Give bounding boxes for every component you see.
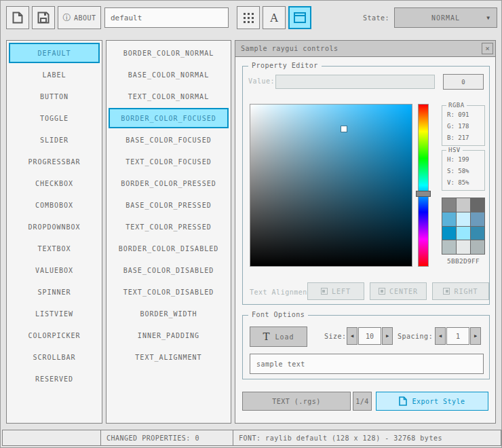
style-color-swatch[interactable] — [442, 240, 456, 254]
export-style-label: Export Style — [412, 398, 465, 405]
control-item-combobox[interactable]: COMBOBOX — [9, 195, 100, 215]
style-color-grid — [442, 198, 485, 255]
spacing-decrement-button[interactable]: ◀ — [435, 327, 446, 345]
style-color-swatch[interactable] — [471, 240, 484, 254]
style-editor-button[interactable] — [288, 6, 311, 29]
color-saturation-panel[interactable] — [250, 104, 412, 267]
control-item-valuebox[interactable]: VALUEBOX — [9, 260, 100, 280]
property-item-base-color-focused[interactable]: BASE_COLOR_FOCUSED — [109, 130, 229, 150]
spacing-increment-button[interactable]: ▶ — [470, 327, 481, 345]
save-floppy-icon — [37, 12, 50, 24]
control-item-button[interactable]: BUTTON — [9, 86, 100, 107]
style-color-swatch[interactable] — [457, 240, 470, 254]
style-name-input[interactable] — [104, 7, 229, 28]
style-color-swatch[interactable] — [442, 227, 456, 240]
property-item-border-color-pressed[interactable]: BORDER_COLOR_PRESSED — [109, 173, 229, 193]
style-color-swatch[interactable] — [457, 198, 470, 212]
control-item-reserved[interactable]: RESERVED — [9, 369, 100, 389]
about-button[interactable]: ⓘ ABOUT — [58, 6, 101, 29]
align-center-button[interactable]: CENTER — [370, 282, 427, 300]
property-item-inner-padding[interactable]: INNER_PADDING — [109, 325, 229, 346]
close-icon: × — [485, 44, 490, 53]
control-item-default[interactable]: DEFAULT — [9, 43, 100, 63]
property-item-border-color-disabled[interactable]: BORDER_COLOR_DISABLED — [109, 238, 229, 259]
save-style-button[interactable] — [32, 6, 55, 29]
state-dropdown[interactable]: NORMAL ▼ — [394, 7, 497, 28]
style-color-swatch[interactable] — [442, 212, 456, 226]
control-item-toggle[interactable]: TOGGLE — [9, 108, 100, 128]
rgba-group: RGBA R: 091 G: 178 B: 217 — [442, 105, 485, 146]
export-format-button[interactable]: TEXT (.rgs) — [242, 392, 351, 411]
value-input[interactable] — [275, 75, 435, 89]
format-page-button[interactable]: 1/4 — [353, 392, 372, 411]
spacing-value[interactable]: 1 — [446, 327, 469, 345]
sample-text-box[interactable]: sample text — [250, 354, 484, 374]
value-button[interactable]: 0 — [443, 74, 484, 90]
size-decrement-button[interactable]: ◀ — [347, 327, 358, 345]
window-close-button[interactable]: × — [482, 43, 493, 54]
size-value[interactable]: 10 — [358, 327, 381, 345]
state-dropdown-value: NORMAL — [431, 14, 460, 22]
hex-color-value: 5BB2D9FF — [438, 257, 488, 265]
status-cell-empty — [2, 430, 101, 446]
status-bar: CHANGED PROPERTIES: 0 FONT: raylib defau… — [2, 430, 501, 446]
window-titlebar[interactable]: Sample raygui controls — [235, 41, 495, 57]
property-item-text-color-focused[interactable]: TEXT_COLOR_FOCUSED — [109, 151, 229, 172]
controls-list: DEFAULT LABEL BUTTON TOGGLE SLIDER PROGR… — [6, 40, 102, 424]
status-font-info: FONT: raylib default (128 x 128) - 32768… — [233, 430, 501, 446]
property-item-text-color-disabled[interactable]: TEXT_COLOR_DISABLED — [109, 282, 229, 302]
control-item-listview[interactable]: LISTVIEW — [9, 303, 100, 324]
property-item-base-color-pressed[interactable]: BASE_COLOR_PRESSED — [109, 195, 229, 215]
hsv-group-label: HSV — [446, 147, 463, 153]
control-item-slider[interactable]: SLIDER — [9, 130, 100, 150]
style-window-icon — [294, 12, 306, 23]
export-file-icon — [399, 396, 407, 406]
text-alignment-label: Text Alignment: — [250, 288, 316, 296]
property-item-text-color-normal[interactable]: TEXT_COLOR_NORMAL — [109, 86, 229, 107]
style-color-swatch[interactable] — [471, 198, 484, 212]
control-item-label[interactable]: LABEL — [9, 64, 100, 85]
font-view-button[interactable]: A — [263, 6, 286, 29]
rgba-green-value: G: 178 — [447, 121, 484, 132]
property-item-border-color-focused[interactable]: BORDER_COLOR_FOCUSED — [109, 108, 229, 128]
grid-view-button[interactable] — [237, 6, 260, 29]
style-color-swatch[interactable] — [442, 198, 456, 212]
color-cursor[interactable] — [341, 126, 347, 132]
hue-slider[interactable] — [418, 104, 429, 267]
property-item-border-width[interactable]: BORDER_WIDTH — [109, 303, 229, 324]
align-center-icon — [379, 288, 385, 295]
new-style-button[interactable] — [6, 6, 29, 29]
control-item-progressbar[interactable]: PROGRESSBAR — [9, 151, 100, 172]
hue-slider-handle[interactable] — [416, 191, 431, 197]
control-item-checkbox[interactable]: CHECKBOX — [9, 173, 100, 193]
properties-list: BORDER_COLOR_NORMAL BASE_COLOR_NORMAL TE… — [106, 40, 231, 424]
font-a-icon: A — [270, 12, 278, 24]
chevron-down-icon: ▼ — [486, 15, 490, 21]
property-item-base-color-normal[interactable]: BASE_COLOR_NORMAL — [109, 64, 229, 85]
rguistyler-app: ⓘ ABOUT A State: NORMAL ▼ DEFAULT LABEL … — [0, 0, 502, 448]
style-color-swatch[interactable] — [457, 212, 470, 226]
align-left-button[interactable]: LEFT — [307, 282, 364, 300]
property-item-text-alignment[interactable]: TEXT_ALIGNMENT — [109, 347, 229, 367]
align-left-label: LEFT — [332, 288, 351, 295]
control-item-scrollbar[interactable]: SCROLLBAR — [9, 347, 100, 367]
property-item-border-color-normal[interactable]: BORDER_COLOR_NORMAL — [109, 43, 229, 63]
align-left-icon — [321, 288, 328, 295]
property-item-text-color-pressed[interactable]: TEXT_COLOR_PRESSED — [109, 217, 229, 237]
control-item-dropdownbox[interactable]: DROPDOWNBOX — [9, 217, 100, 237]
font-options-group-label: Font Options — [248, 311, 308, 318]
control-item-textbox[interactable]: TEXTBOX — [9, 238, 100, 259]
style-color-swatch[interactable] — [471, 212, 484, 226]
export-style-button[interactable]: Export Style — [376, 392, 488, 411]
size-increment-button[interactable]: ▶ — [382, 327, 393, 345]
control-item-spinner[interactable]: SPINNER — [9, 282, 100, 302]
control-item-colorpicker[interactable]: COLORPICKER — [9, 325, 100, 346]
style-color-swatch[interactable] — [457, 227, 470, 240]
rgba-group-label: RGBA — [446, 102, 467, 109]
load-font-button[interactable]: T Load — [250, 326, 307, 347]
property-item-base-color-disabled[interactable]: BASE_COLOR_DISABLED — [109, 260, 229, 280]
align-right-button[interactable]: RIGHT — [432, 282, 489, 300]
font-t-icon: T — [263, 331, 270, 343]
arrow-left-icon: ◀ — [351, 333, 353, 339]
style-color-swatch[interactable] — [471, 227, 484, 240]
